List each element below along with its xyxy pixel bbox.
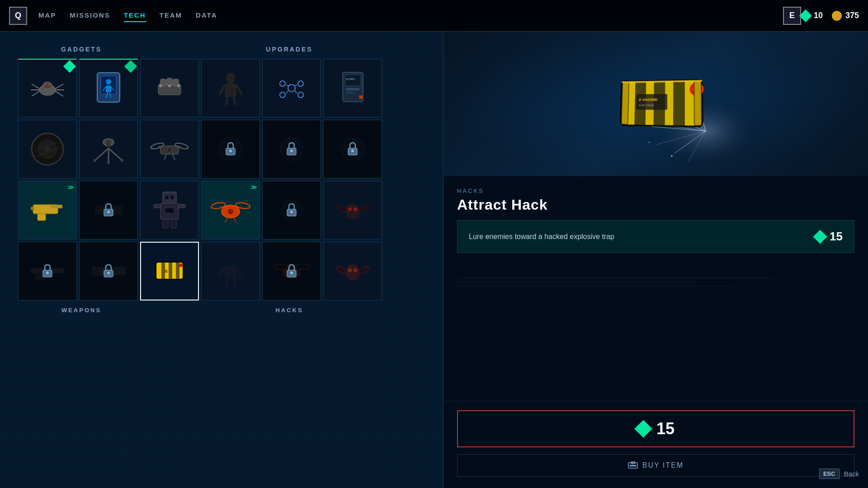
svg-point-132 [348, 268, 352, 272]
svg-point-8 [44, 84, 46, 85]
svg-line-65 [173, 154, 175, 160]
svg-point-82 [107, 211, 110, 213]
grid-row-3: ≫ [18, 181, 425, 239]
svg-line-36 [286, 85, 288, 86]
e-label: E [789, 11, 795, 20]
svg-text:VLTMX: VLTMX [346, 78, 355, 80]
right-panel: ╠ ╣ [443, 32, 868, 488]
svg-rect-85 [154, 204, 160, 208]
left-panel: GADGETS UPGRADES [0, 32, 443, 488]
nav-data[interactable]: DATA [196, 9, 217, 22]
svg-point-131 [346, 264, 359, 281]
buy-item-button[interactable]: Buy Item [457, 454, 854, 477]
grid-item-dark-creature[interactable] [323, 242, 382, 300]
svg-line-64 [164, 154, 166, 160]
esc-back[interactable]: ESC Back [819, 469, 859, 479]
lock-overlay-sg [19, 242, 76, 300]
nav-missions[interactable]: MISSIONS [70, 9, 110, 22]
svg-rect-151 [673, 80, 684, 127]
svg-text:⚠: ⚠ [164, 269, 168, 273]
grid-item-mech[interactable] [140, 181, 199, 239]
svg-rect-117 [176, 262, 179, 279]
grid-item-molecule[interactable] [262, 59, 321, 117]
grid-item-tripod[interactable] [79, 120, 138, 178]
grid-row-2 [18, 120, 425, 178]
grid-item-knuckles[interactable] [140, 59, 199, 117]
svg-line-98 [225, 217, 227, 223]
lock-overlay-1 [202, 120, 259, 178]
grid-item-locked-drone-hack[interactable] [262, 242, 321, 300]
q-button[interactable]: Q [9, 7, 27, 25]
item-stats [443, 264, 868, 401]
grid-item-spider[interactable] [18, 59, 77, 117]
grid-item-locked-shotgun[interactable] [18, 242, 77, 300]
weapons-footer: WEAPONS [61, 307, 101, 314]
svg-point-74 [351, 150, 354, 152]
knuckles-icon [151, 72, 188, 104]
svg-line-52 [95, 148, 108, 160]
coin-icon [832, 11, 842, 21]
grid-item-creature[interactable] [323, 181, 382, 239]
nav-map[interactable]: MAP [38, 9, 56, 22]
grid-item-silhouette1[interactable] [201, 59, 260, 117]
svg-point-55 [94, 159, 96, 162]
svg-rect-13 [106, 85, 111, 92]
svg-text:EXPLOSIVE: EXPLOSIVE [639, 104, 654, 107]
grid-item-locked-2[interactable] [262, 120, 321, 178]
svg-point-34 [280, 92, 285, 98]
grid-item-drone1[interactable] [140, 120, 199, 178]
svg-point-32 [280, 81, 285, 86]
disc-icon [27, 129, 68, 169]
svg-point-102 [290, 211, 293, 213]
grid-item-shield[interactable] [79, 59, 138, 117]
grid-item-locked-1[interactable] [201, 120, 260, 178]
svg-point-45 [359, 95, 363, 99]
svg-point-35 [298, 92, 303, 98]
item-description-box: Lure enemies toward a hacked explosive t… [457, 220, 854, 253]
buy-diamond-icon [634, 420, 652, 438]
diamond-icon [799, 9, 812, 22]
svg-point-133 [354, 268, 357, 272]
svg-point-57 [121, 159, 123, 162]
nav-tech[interactable]: TECH [124, 9, 146, 22]
hacks-footer: HACKS [275, 307, 303, 314]
silhouette1-icon [215, 70, 246, 106]
grid-item-disc[interactable] [18, 120, 77, 178]
svg-rect-86 [179, 204, 185, 208]
svg-point-48 [45, 147, 50, 151]
grid-item-locked-weapon-1[interactable] [79, 181, 138, 239]
lock-icon-ln [102, 264, 115, 278]
svg-line-4 [32, 91, 39, 96]
svg-rect-83 [163, 192, 176, 203]
device1-icon: VLTMX [336, 70, 370, 106]
buy-label: Buy Item [642, 461, 684, 469]
svg-rect-78 [31, 207, 34, 210]
svg-point-1 [43, 82, 52, 89]
svg-point-113 [107, 272, 110, 274]
svg-rect-88 [171, 219, 176, 228]
grid-item-explosive-hack[interactable]: ⚠ [140, 242, 199, 300]
nav-team[interactable]: TEAM [160, 9, 183, 22]
grid-item-locked-launcher[interactable] [79, 242, 138, 300]
grid-item-locked-hack-1[interactable] [262, 181, 321, 239]
coin-amount: 375 [845, 11, 859, 20]
top-nav: Q MAP MISSIONS TECH TEAM DATA E 10 375 [0, 0, 868, 32]
explosive-3d-svg: ⚠ HAZARD EXPLOSIVE [594, 66, 722, 141]
grid-item-pistol[interactable]: ≫ [18, 181, 77, 239]
tripod-icon [90, 131, 127, 167]
svg-rect-77 [38, 214, 46, 221]
grid-item-hacker[interactable] [201, 242, 260, 300]
lock-icon-w1 [102, 203, 115, 217]
svg-point-103 [346, 203, 359, 220]
grid-item-device1[interactable]: VLTMX [323, 59, 382, 117]
svg-rect-44 [346, 92, 355, 94]
svg-text:⚠ HAZARD: ⚠ HAZARD [638, 98, 658, 102]
svg-line-99 [234, 217, 236, 223]
lock-icon-dh [285, 264, 298, 278]
svg-line-54 [108, 148, 122, 160]
item-description: Lure enemies toward a hacked explosive t… [469, 231, 806, 242]
e-button[interactable]: E [783, 7, 801, 25]
svg-point-23 [168, 84, 171, 87]
grid-item-drone-hack[interactable]: ≫ [201, 181, 260, 239]
grid-item-locked-3[interactable] [323, 120, 382, 178]
